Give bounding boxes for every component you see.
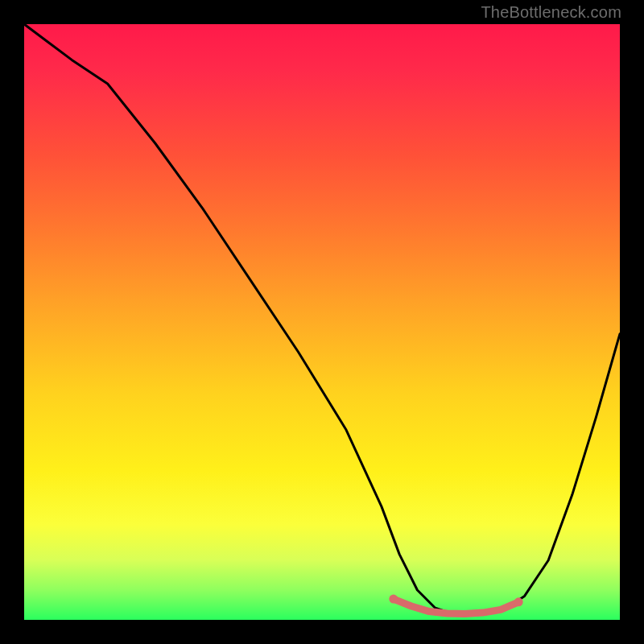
highlight-dot [514,597,523,606]
highlight-segment [389,595,522,614]
watermark-label: TheBottleneck.com [481,3,621,22]
chart-svg [24,24,620,620]
chart-frame: TheBottleneck.com [0,0,644,644]
highlight-line [394,599,518,614]
curve-line [24,24,620,614]
highlight-dot [389,595,398,604]
plot-area [24,24,620,620]
